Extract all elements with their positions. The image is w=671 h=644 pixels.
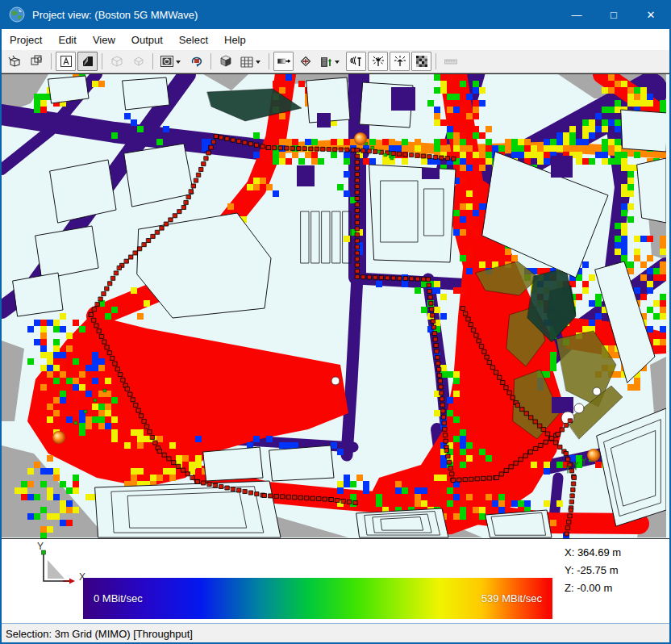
wire-cube-back-icon <box>128 52 148 71</box>
menu-help[interactable]: Help <box>216 34 254 46</box>
cursor-coordinates: X: 364.69 m Y: -25.75 m Z: -0.00 m <box>565 544 621 597</box>
toolbar-separator <box>269 53 269 69</box>
legend-max-label: 539 MBit/sec <box>481 592 542 604</box>
annotation-box-icon[interactable] <box>56 52 76 71</box>
heatmap-grid-icon[interactable] <box>411 52 431 71</box>
axis-y-label: Y <box>37 541 44 552</box>
title-bar: Project view: (Boston 5G MMWave) — □ ✕ <box>2 0 669 29</box>
menu-output[interactable]: Output <box>123 34 171 46</box>
grid-dropdown-icon[interactable] <box>237 52 265 71</box>
coord-y: Y: -25.75 m <box>565 562 621 579</box>
window-controls: — □ ✕ <box>558 0 669 29</box>
antenna-waves-icon[interactable] <box>346 52 366 71</box>
toolbar-separator <box>51 53 52 69</box>
maximize-button[interactable]: □ <box>595 0 632 29</box>
tx-set-icon[interactable] <box>368 52 388 71</box>
rotate-view-icon[interactable] <box>186 52 206 71</box>
menu-edit[interactable]: Edit <box>50 34 84 46</box>
map-viewport[interactable] <box>2 73 669 539</box>
window-title: Project view: (Boston 5G MMWave) <box>32 9 198 21</box>
shaded-corner-view-icon[interactable] <box>77 52 98 71</box>
throughput-color-legend: 0 MBit/sec 539 MBit/sec <box>83 578 552 619</box>
wire-cube-front-icon <box>106 52 127 71</box>
menu-view[interactable]: View <box>85 34 123 46</box>
menu-select[interactable]: Select <box>171 34 216 46</box>
close-button[interactable]: ✕ <box>632 0 669 29</box>
status-selection-text: Selection: 3m Grid (MIMO) [Throughput] <box>6 628 193 640</box>
open-cube-icon[interactable] <box>5 52 25 71</box>
toolbar-separator <box>210 53 211 69</box>
rx-set-icon[interactable] <box>390 52 410 71</box>
toolbar-separator <box>152 53 153 69</box>
bottom-panel: Y X 0 MBit/sec 539 MBit/sec X: 364.69 m … <box>2 539 669 623</box>
coord-z: Z: -0.00 m <box>565 579 621 597</box>
menu-bar: Project Edit View Output Select Help <box>2 29 669 50</box>
copy-view-cubes-icon[interactable] <box>27 52 47 71</box>
solid-cube-render-icon[interactable] <box>215 52 235 71</box>
ruler-measure-icon <box>440 52 461 71</box>
toolbar-separator <box>102 53 102 69</box>
status-bar: Selection: 3m Grid (MIMO) [Throughput] <box>2 623 669 643</box>
legend-gradient-arrow-icon[interactable] <box>273 52 294 71</box>
minimize-button[interactable]: — <box>558 0 595 29</box>
globe-app-icon <box>9 6 25 23</box>
view-reset-dropdown-icon[interactable] <box>157 52 185 71</box>
app-window: Project view: (Boston 5G MMWave) — □ ✕ P… <box>0 0 671 644</box>
toolbar <box>2 50 669 73</box>
legend-min-label: 0 MBit/sec <box>94 592 143 604</box>
coord-x: X: 364.69 m <box>565 544 621 562</box>
menu-project[interactable]: Project <box>2 34 50 46</box>
throughput-heatmap-canvas[interactable] <box>2 74 666 538</box>
toolbar-separator <box>436 53 436 69</box>
move-diamond-icon[interactable] <box>295 52 315 71</box>
building-height-dropdown-icon[interactable] <box>317 52 344 71</box>
